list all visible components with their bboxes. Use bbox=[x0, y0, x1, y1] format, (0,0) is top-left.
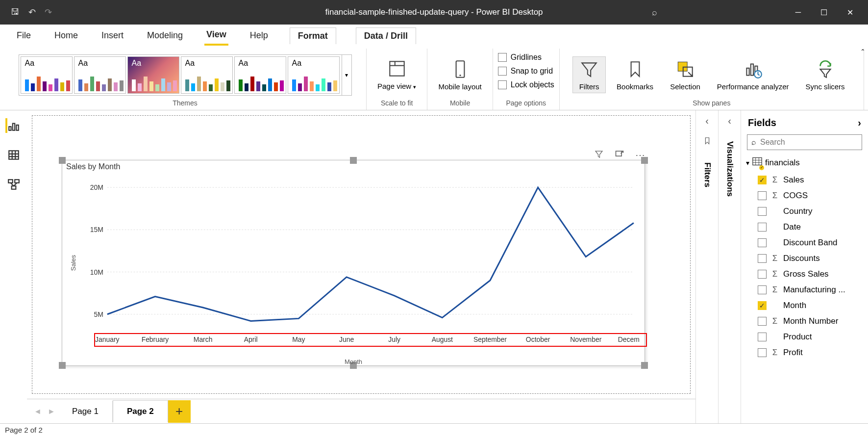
chevron-right-icon[interactable]: › bbox=[858, 117, 861, 129]
x-axis-label: Month bbox=[345, 358, 362, 365]
svg-text:15M: 15M bbox=[90, 226, 103, 233]
chevron-left-icon[interactable]: ‹ bbox=[728, 115, 731, 127]
tab-view[interactable]: View bbox=[204, 26, 228, 46]
field-checkbox[interactable]: ✓ bbox=[758, 176, 767, 184]
model-view-icon[interactable] bbox=[6, 177, 21, 192]
field-checkbox[interactable] bbox=[758, 191, 767, 200]
sigma-icon: Σ bbox=[770, 285, 779, 295]
tab-modeling[interactable]: Modeling bbox=[145, 26, 185, 45]
report-view-icon[interactable] bbox=[5, 118, 20, 133]
mobile-layout-button[interactable]: Mobile layout bbox=[432, 57, 487, 93]
themes-group-label: Themes bbox=[173, 98, 198, 108]
table-node[interactable]: ▾ ✓ financials bbox=[743, 153, 866, 172]
sync-slicers-button[interactable]: Sync slicers bbox=[800, 57, 851, 93]
data-view-icon[interactable] bbox=[6, 148, 21, 162]
resize-handle[interactable] bbox=[59, 362, 66, 369]
field-checkbox[interactable] bbox=[758, 285, 767, 294]
svg-text:March: March bbox=[194, 335, 213, 343]
field-row[interactable]: ✓Month bbox=[743, 298, 866, 313]
page-view-button[interactable]: Page view ▾ bbox=[372, 56, 422, 93]
search-icon[interactable]: ⌕ bbox=[652, 7, 657, 18]
visual-filter-icon[interactable] bbox=[594, 149, 604, 161]
redo-icon[interactable]: ↷ bbox=[45, 7, 52, 18]
y-axis-label: Sales bbox=[70, 255, 77, 271]
field-checkbox[interactable] bbox=[758, 348, 767, 357]
svg-rect-13 bbox=[16, 125, 18, 130]
report-canvas[interactable]: ⋯ Sales by Month Sales 5M10M15M20MJanuar… bbox=[32, 115, 691, 394]
filters-pane-collapsed[interactable]: ‹ Filters bbox=[695, 110, 718, 423]
field-checkbox[interactable] bbox=[758, 207, 767, 216]
theme-swatch[interactable]: Aa bbox=[127, 56, 179, 94]
gallery-expand-icon[interactable]: ▾ bbox=[342, 55, 351, 95]
theme-swatch[interactable]: Aa bbox=[21, 56, 73, 94]
visualizations-pane-collapsed[interactable]: ‹ Visualizations bbox=[718, 110, 741, 423]
theme-swatch[interactable]: Aa bbox=[74, 56, 126, 94]
tab-file[interactable]: File bbox=[15, 26, 33, 45]
bookmarks-pane-button[interactable]: Bookmarks bbox=[611, 57, 659, 93]
field-row[interactable]: ΣDiscounts bbox=[743, 251, 866, 266]
field-name: Date bbox=[783, 222, 801, 232]
add-page-button[interactable]: + bbox=[168, 400, 191, 423]
minimize-icon[interactable]: ─ bbox=[795, 8, 801, 17]
fields-search-input[interactable] bbox=[760, 138, 858, 147]
field-name: COGS bbox=[783, 191, 808, 201]
line-chart-visual[interactable]: Sales by Month Sales 5M10M15M20MJanuaryF… bbox=[62, 160, 645, 366]
field-checkbox[interactable] bbox=[758, 317, 767, 326]
resize-handle[interactable] bbox=[641, 362, 648, 369]
page-next-icon[interactable]: ► bbox=[45, 407, 58, 416]
close-icon[interactable]: ✕ bbox=[847, 8, 853, 17]
field-row[interactable]: ΣCOGS bbox=[743, 188, 866, 204]
selection-icon bbox=[675, 59, 695, 79]
field-checkbox[interactable] bbox=[758, 238, 767, 247]
fields-search[interactable]: ⌕ bbox=[747, 134, 862, 150]
gridlines-checkbox[interactable]: Gridlines bbox=[498, 52, 542, 63]
theme-swatch[interactable]: Aa bbox=[234, 56, 286, 94]
chevron-left-icon[interactable]: ‹ bbox=[705, 115, 709, 127]
field-row[interactable]: ΣManufacturing ... bbox=[743, 282, 866, 298]
snap-checkbox[interactable]: Snap to grid bbox=[498, 65, 553, 77]
ribbon-collapse-icon[interactable]: ˆ bbox=[862, 49, 864, 57]
field-checkbox[interactable] bbox=[758, 223, 767, 232]
theme-gallery[interactable]: AaAaAaAaAaAa▾ bbox=[19, 54, 352, 96]
scale-group-label: Scale to fit bbox=[381, 98, 413, 108]
tab-insert[interactable]: Insert bbox=[99, 26, 125, 45]
more-options-icon[interactable]: ⋯ bbox=[635, 149, 645, 161]
theme-swatch[interactable]: Aa bbox=[181, 56, 233, 94]
field-row[interactable]: ΣMonth Number bbox=[743, 313, 866, 329]
field-checkbox[interactable] bbox=[758, 254, 767, 263]
resize-handle[interactable] bbox=[59, 157, 66, 164]
table-icon: ✓ bbox=[752, 157, 762, 168]
svg-text:July: July bbox=[388, 335, 400, 343]
field-checkbox[interactable] bbox=[758, 333, 767, 341]
theme-swatch[interactable]: Aa bbox=[288, 56, 340, 94]
lock-checkbox[interactable]: Lock objects bbox=[498, 79, 554, 91]
maximize-icon[interactable]: ☐ bbox=[820, 8, 827, 17]
field-name: Manufacturing ... bbox=[783, 285, 845, 295]
page-tabs: ◄ ► Page 1Page 2 + bbox=[27, 399, 695, 423]
tab-format[interactable]: Format bbox=[290, 27, 336, 44]
field-row[interactable]: Product bbox=[743, 329, 866, 345]
focus-mode-icon[interactable] bbox=[615, 149, 624, 161]
tab-help[interactable]: Help bbox=[248, 26, 270, 45]
field-checkbox[interactable] bbox=[758, 270, 767, 279]
page-tab[interactable]: Page 2 bbox=[113, 400, 168, 422]
field-checkbox[interactable]: ✓ bbox=[758, 301, 767, 310]
field-row[interactable]: ✓ΣSales bbox=[743, 172, 866, 188]
bookmark-icon bbox=[625, 59, 645, 79]
chart-plot: 5M10M15M20MJanuaryFebruaryMarchAprilMayJ… bbox=[77, 174, 640, 351]
filters-pane-button[interactable]: Filters bbox=[572, 56, 606, 93]
field-row[interactable]: ΣGross Sales bbox=[743, 266, 866, 282]
page-tab[interactable]: Page 1 bbox=[58, 401, 113, 422]
tab-data-drill[interactable]: Data / Drill bbox=[356, 27, 416, 44]
undo-icon[interactable]: ↶ bbox=[28, 7, 36, 18]
field-row[interactable]: Discount Band bbox=[743, 235, 866, 251]
save-icon[interactable]: 🖫 bbox=[11, 7, 20, 18]
field-row[interactable]: ΣProfit bbox=[743, 345, 866, 361]
page-prev-icon[interactable]: ◄ bbox=[31, 407, 45, 416]
tab-home[interactable]: Home bbox=[52, 26, 80, 45]
field-row[interactable]: Country bbox=[743, 204, 866, 219]
resize-handle[interactable] bbox=[350, 157, 357, 164]
selection-pane-button[interactable]: Selection bbox=[664, 57, 706, 93]
performance-analyzer-button[interactable]: Performance analyzer bbox=[711, 57, 795, 93]
field-row[interactable]: Date bbox=[743, 219, 866, 235]
